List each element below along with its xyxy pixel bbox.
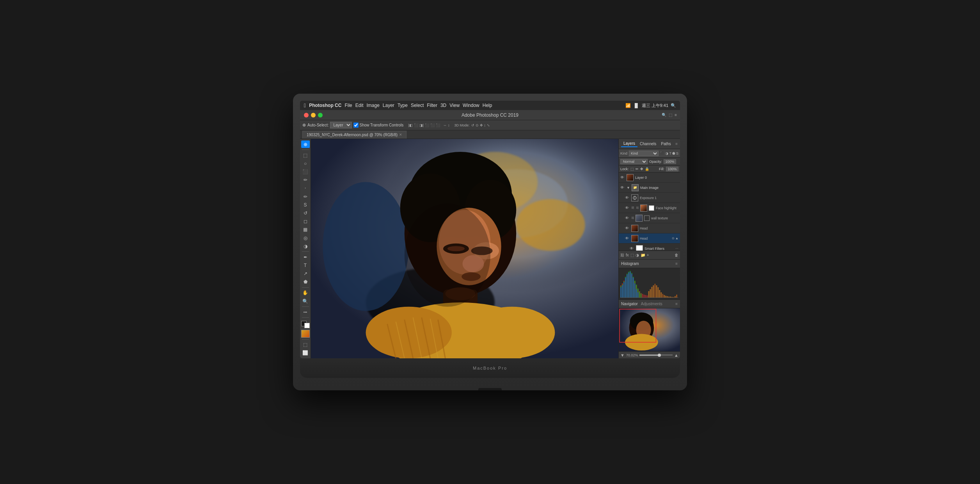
close-button[interactable] — [304, 113, 309, 117]
layer-eye-head1[interactable]: 👁 — [625, 226, 630, 231]
layer-eye-exposure1[interactable]: 👁 — [625, 196, 630, 200]
lasso-tool[interactable]: ○ — [301, 160, 310, 167]
dist-h-icon[interactable]: ↔ — [443, 123, 447, 127]
fill-input[interactable] — [666, 167, 678, 171]
layer-item-head2[interactable]: 👁 Head ⊙ ▲ — [619, 233, 680, 244]
menu-3d[interactable]: 3D — [440, 103, 446, 108]
group-arrow[interactable]: ▼ — [627, 186, 630, 190]
lock-transparent-icon[interactable]: ⬚ — [630, 167, 634, 171]
filter-type-icon[interactable]: T — [669, 151, 671, 155]
menu-view[interactable]: View — [449, 103, 460, 108]
screen-mode[interactable]: ⬜ — [301, 349, 310, 357]
search-icon[interactable]: 🔍 — [671, 103, 676, 108]
layer-eye-face-highlight[interactable]: 👁 — [625, 206, 630, 210]
delete-layer-button[interactable]: 🗑 — [675, 253, 678, 257]
tab-channels[interactable]: Channels — [637, 141, 659, 147]
pen-tool[interactable]: ✒ — [301, 253, 310, 261]
tab-paths[interactable]: Paths — [659, 141, 673, 147]
zoom-tool[interactable]: 🔍 — [301, 297, 310, 305]
marquee-tool[interactable]: ⬚ — [301, 151, 310, 159]
menu-edit[interactable]: Edit — [355, 103, 364, 108]
extra-tools[interactable]: ••• — [301, 308, 310, 316]
navigator-menu[interactable]: ≡ — [675, 302, 678, 306]
scale-icon[interactable]: ⤡ — [487, 123, 490, 127]
menu-image[interactable]: Image — [366, 103, 379, 108]
filter-kind-select[interactable]: Kind — [629, 151, 659, 156]
layer-eye-main-image[interactable]: 👁 — [620, 185, 625, 190]
tab-close-button[interactable]: ✕ — [399, 133, 402, 137]
new-group-button[interactable]: 📁 — [641, 253, 645, 257]
opacity-input[interactable] — [664, 159, 676, 164]
healing-tool[interactable]: ⬝ — [301, 185, 310, 192]
layer-effects-button[interactable]: fx — [626, 253, 629, 257]
layer-item-head1[interactable]: 👁 Head — [619, 223, 680, 233]
document-tab[interactable]: 190325_NYC_Derek-Afternoon.psd @ 70% (RG… — [302, 131, 407, 139]
align-bottom-icon[interactable]: ⬛ — [436, 123, 440, 127]
text-tool[interactable]: T — [301, 262, 310, 269]
menu-help[interactable]: Help — [483, 103, 492, 108]
stamp-tool[interactable]: S — [301, 201, 310, 208]
minimize-button[interactable] — [311, 113, 316, 117]
layer-eye-wall-texture[interactable]: 👁 — [625, 216, 630, 221]
filter-adjust-icon[interactable]: ◑ — [665, 151, 668, 155]
crop-tool[interactable]: ⬛ — [301, 168, 310, 175]
align-top-icon[interactable]: ⬛ — [425, 123, 429, 127]
lock-all-icon[interactable]: 🔒 — [645, 167, 649, 171]
blur-tool[interactable]: ◎ — [301, 234, 310, 242]
pan-icon[interactable]: ✥ — [480, 123, 483, 127]
eraser-tool[interactable]: ◻ — [301, 218, 310, 225]
lock-position-icon[interactable]: ✥ — [640, 167, 643, 171]
layers-panel-menu[interactable]: ≡ — [675, 142, 678, 146]
foreground-color[interactable] — [301, 330, 310, 337]
ps-canvas[interactable]: 70.02% | Doc: 34.9M/34.9M ▶ — [311, 139, 618, 358]
rotate-icon[interactable]: ↺ — [471, 123, 474, 127]
zoom-in-button[interactable]: ▲ — [674, 353, 678, 358]
auto-select-dropdown[interactable]: Layer Group — [330, 122, 352, 128]
add-mask-button[interactable]: ⬚ — [630, 253, 634, 257]
filter-smart-icon[interactable]: S — [676, 151, 678, 155]
layer-eye-layer0[interactable]: 👁 — [620, 175, 625, 180]
zoom-slider[interactable] — [639, 354, 673, 356]
layer-item-layer0[interactable]: 👁 Layer 0 — [619, 173, 680, 183]
menu-file[interactable]: File — [344, 103, 352, 108]
new-layer-button[interactable]: + — [647, 253, 649, 257]
adjustments-title[interactable]: Adjustments — [641, 302, 662, 306]
zoom-out-button[interactable]: ▼ — [620, 353, 625, 358]
ps-search-icon[interactable]: 🔍 — [662, 113, 666, 117]
layer-item-smart-filters[interactable]: 👁 Smart Filters ⋯ — [619, 244, 680, 251]
hand-tool[interactable]: ✋ — [301, 289, 310, 297]
gradient-tool[interactable]: ▦ — [301, 226, 310, 233]
head2-options[interactable]: ⊙ ▲ — [672, 237, 678, 240]
show-transform-label[interactable]: Show Transform Controls — [353, 123, 403, 128]
link-layers-button[interactable]: ⛓ — [620, 253, 624, 257]
layer-item-face-highlight[interactable]: 👁 ⛓ ⛓ Face highlight — [619, 203, 680, 213]
menu-filter[interactable]: Filter — [427, 103, 437, 108]
align-center-h-icon[interactable]: ⬛ — [414, 123, 418, 127]
history-brush[interactable]: ↺ — [301, 209, 310, 217]
ps-control-icon[interactable]: ⬚ — [669, 113, 672, 117]
menu-layer[interactable]: Layer — [383, 103, 394, 108]
brush-tool[interactable]: ✏ — [301, 193, 310, 200]
align-left-icon[interactable]: |◧ — [408, 123, 412, 127]
show-transform-checkbox[interactable] — [353, 123, 359, 128]
move-tool[interactable]: ⊕ — [301, 141, 310, 148]
ps-menu-icon[interactable]: ≡ — [675, 113, 677, 117]
layer-eye-smart-filters[interactable]: 👁 — [630, 246, 634, 251]
align-right-icon[interactable]: ◨| — [419, 123, 424, 127]
align-center-v-icon[interactable]: ⬛ — [430, 123, 435, 127]
filter-shape-icon[interactable]: ⬟ — [672, 151, 675, 155]
layer-item-wall-texture[interactable]: 👁 ⛓ wall texture — [619, 213, 680, 223]
slide-icon[interactable]: ↕ — [484, 123, 486, 127]
menu-window[interactable]: Window — [463, 103, 479, 108]
menu-type[interactable]: Type — [398, 103, 408, 108]
shape-tool[interactable]: ⬟ — [301, 278, 310, 286]
navigator-title[interactable]: Navigator — [621, 302, 638, 306]
layer-item-exposure1[interactable]: 👁 Exposure 1 — [619, 193, 680, 203]
fg-bg-colors[interactable] — [301, 321, 310, 328]
eyedropper-tool[interactable]: ✏ — [301, 176, 310, 184]
tab-layers[interactable]: Layers — [621, 141, 637, 147]
histogram-menu[interactable]: ≡ — [675, 262, 678, 266]
dist-v-icon[interactable]: ↕ — [448, 123, 450, 127]
new-adjustment-button[interactable]: ◑ — [636, 253, 639, 257]
filter-pixel-icon[interactable]: ⬛ — [660, 151, 664, 155]
